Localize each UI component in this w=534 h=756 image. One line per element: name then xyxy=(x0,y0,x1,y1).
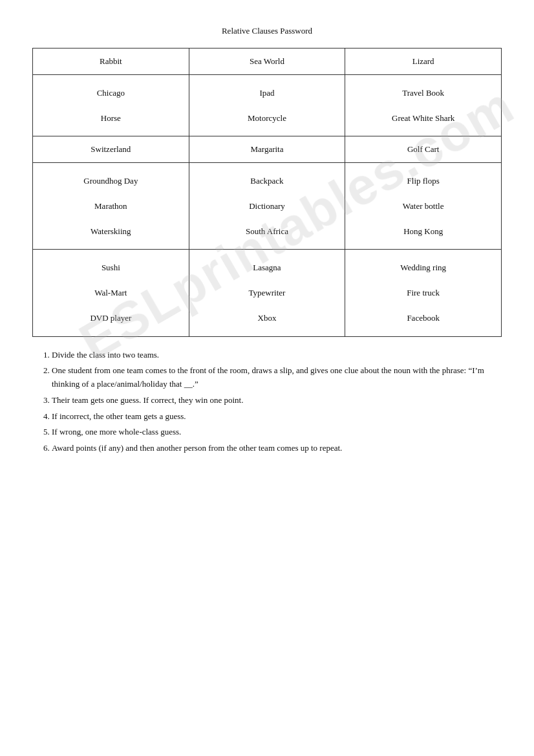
table-cell: IpadMotorcycle xyxy=(189,74,345,136)
table-cell: BackpackDictionarySouth Africa xyxy=(189,162,345,250)
table-cell: Lizard xyxy=(345,49,502,75)
instruction-item-5: If wrong, one more whole-class guess. xyxy=(52,426,502,439)
table-cell: ChicagoHorse xyxy=(33,74,189,136)
table-cell: Travel BookGreat White Shark xyxy=(345,74,502,136)
table-cell: Groundhog DayMarathonWaterskiing xyxy=(33,162,189,250)
instruction-item-1: Divide the class into two teams. xyxy=(52,349,502,362)
table-cell: Wedding ringFire truckFacebook xyxy=(345,250,502,337)
table-cell: Rabbit xyxy=(33,49,189,75)
instruction-item-6: Award points (if any) and then another p… xyxy=(52,442,502,455)
table-row: Groundhog DayMarathonWaterskiing Backpac… xyxy=(33,162,502,250)
instruction-item-3: Their team gets one guess. If correct, t… xyxy=(52,394,502,407)
table-cell: SushiWal-MartDVD player xyxy=(33,250,189,337)
table-cell: Golf Cart xyxy=(345,136,502,163)
table-cell: LasagnaTypewriterXbox xyxy=(189,250,345,337)
table-cell: Margarita xyxy=(189,136,345,163)
table-row: SushiWal-MartDVD player LasagnaTypewrite… xyxy=(33,250,502,337)
word-table: Rabbit Sea World Lizard ChicagoHorse Ipa… xyxy=(32,48,502,337)
page-title: Relative Clauses Password xyxy=(32,26,502,36)
instructions-list: Divide the class into two teams. One stu… xyxy=(39,349,502,456)
instruction-item-4: If incorrect, the other team gets a gues… xyxy=(52,410,502,424)
instruction-item-2: One student from one team comes to the f… xyxy=(52,364,502,391)
instructions-section: Divide the class into two teams. One stu… xyxy=(32,349,502,456)
table-row: Rabbit Sea World Lizard xyxy=(33,49,502,75)
table-row: Switzerland Margarita Golf Cart xyxy=(33,136,502,163)
table-cell: Switzerland xyxy=(33,136,189,163)
table-cell: Sea World xyxy=(189,49,345,75)
table-row: ChicagoHorse IpadMotorcycle Travel BookG… xyxy=(33,74,502,136)
table-cell: Flip flopsWater bottleHong Kong xyxy=(345,162,502,250)
